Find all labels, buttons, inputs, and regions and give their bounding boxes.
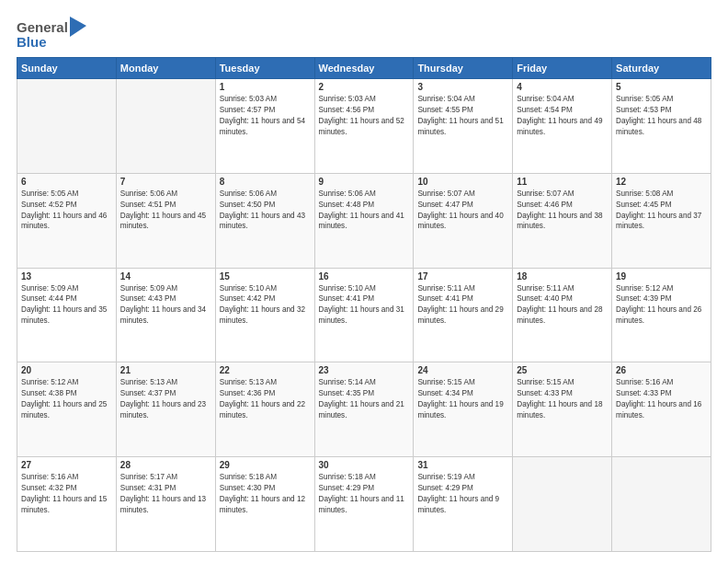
calendar-cell: 24Sunrise: 5:15 AM Sunset: 4:34 PM Dayli… bbox=[414, 362, 513, 457]
calendar-cell bbox=[116, 79, 215, 174]
weekday-header: Tuesday bbox=[215, 58, 314, 79]
calendar-cell: 6Sunrise: 5:05 AM Sunset: 4:52 PM Daylig… bbox=[17, 173, 117, 268]
day-number: 9 bbox=[319, 177, 410, 187]
day-number: 12 bbox=[616, 177, 707, 187]
calendar-cell: 9Sunrise: 5:06 AM Sunset: 4:48 PM Daylig… bbox=[314, 173, 414, 268]
calendar-week-row: 1Sunrise: 5:03 AM Sunset: 4:57 PM Daylig… bbox=[17, 79, 711, 174]
day-number: 15 bbox=[220, 271, 311, 282]
day-info: Sunrise: 5:03 AM Sunset: 4:57 PM Dayligh… bbox=[220, 94, 311, 138]
calendar-cell: 18Sunrise: 5:11 AM Sunset: 4:40 PM Dayli… bbox=[513, 268, 612, 362]
day-info: Sunrise: 5:06 AM Sunset: 4:48 PM Dayligh… bbox=[319, 189, 410, 233]
day-number: 2 bbox=[319, 82, 410, 92]
calendar-cell: 25Sunrise: 5:15 AM Sunset: 4:33 PM Dayli… bbox=[513, 362, 612, 457]
weekday-header: Sunday bbox=[17, 58, 117, 79]
calendar-cell: 30Sunrise: 5:18 AM Sunset: 4:29 PM Dayli… bbox=[314, 457, 414, 552]
calendar-week-row: 27Sunrise: 5:16 AM Sunset: 4:32 PM Dayli… bbox=[17, 457, 711, 552]
day-number: 7 bbox=[120, 177, 211, 187]
day-info: Sunrise: 5:09 AM Sunset: 4:43 PM Dayligh… bbox=[120, 283, 211, 327]
day-number: 14 bbox=[120, 271, 211, 282]
logo: General Blue bbox=[17, 17, 86, 50]
day-info: Sunrise: 5:06 AM Sunset: 4:50 PM Dayligh… bbox=[220, 189, 311, 233]
day-info: Sunrise: 5:10 AM Sunset: 4:41 PM Dayligh… bbox=[319, 283, 410, 327]
calendar-cell bbox=[17, 79, 117, 174]
calendar-week-row: 20Sunrise: 5:12 AM Sunset: 4:38 PM Dayli… bbox=[17, 362, 711, 457]
calendar-cell bbox=[513, 457, 612, 552]
calendar-cell: 1Sunrise: 5:03 AM Sunset: 4:57 PM Daylig… bbox=[215, 79, 314, 174]
day-number: 29 bbox=[220, 460, 311, 470]
logo-general: General bbox=[17, 19, 68, 35]
day-info: Sunrise: 5:18 AM Sunset: 4:30 PM Dayligh… bbox=[220, 472, 311, 516]
day-info: Sunrise: 5:17 AM Sunset: 4:31 PM Dayligh… bbox=[120, 472, 211, 516]
day-info: Sunrise: 5:07 AM Sunset: 4:46 PM Dayligh… bbox=[517, 189, 608, 233]
day-number: 25 bbox=[517, 365, 608, 375]
day-info: Sunrise: 5:07 AM Sunset: 4:47 PM Dayligh… bbox=[417, 189, 508, 233]
day-number: 22 bbox=[220, 365, 311, 375]
calendar-cell: 27Sunrise: 5:16 AM Sunset: 4:32 PM Dayli… bbox=[17, 457, 117, 552]
day-info: Sunrise: 5:15 AM Sunset: 4:33 PM Dayligh… bbox=[517, 377, 608, 421]
day-number: 17 bbox=[417, 271, 508, 282]
header: General Blue bbox=[17, 17, 711, 50]
calendar-cell: 4Sunrise: 5:04 AM Sunset: 4:54 PM Daylig… bbox=[513, 79, 612, 174]
calendar-cell: 21Sunrise: 5:13 AM Sunset: 4:37 PM Dayli… bbox=[116, 362, 215, 457]
day-number: 4 bbox=[517, 82, 608, 92]
day-number: 3 bbox=[417, 82, 508, 92]
day-number: 8 bbox=[220, 177, 311, 187]
calendar-cell: 10Sunrise: 5:07 AM Sunset: 4:47 PM Dayli… bbox=[414, 173, 513, 268]
day-info: Sunrise: 5:18 AM Sunset: 4:29 PM Dayligh… bbox=[319, 472, 410, 516]
calendar-cell: 19Sunrise: 5:12 AM Sunset: 4:39 PM Dayli… bbox=[612, 268, 711, 362]
calendar-cell: 15Sunrise: 5:10 AM Sunset: 4:42 PM Dayli… bbox=[215, 268, 314, 362]
calendar-cell: 11Sunrise: 5:07 AM Sunset: 4:46 PM Dayli… bbox=[513, 173, 612, 268]
calendar-cell: 31Sunrise: 5:19 AM Sunset: 4:29 PM Dayli… bbox=[414, 457, 513, 552]
day-number: 11 bbox=[517, 177, 608, 187]
calendar-cell: 8Sunrise: 5:06 AM Sunset: 4:50 PM Daylig… bbox=[215, 173, 314, 268]
calendar-cell: 28Sunrise: 5:17 AM Sunset: 4:31 PM Dayli… bbox=[116, 457, 215, 552]
calendar-cell: 20Sunrise: 5:12 AM Sunset: 4:38 PM Dayli… bbox=[17, 362, 117, 457]
day-number: 28 bbox=[120, 460, 211, 470]
weekday-header: Friday bbox=[513, 58, 612, 79]
logo-triangle-icon bbox=[70, 17, 86, 37]
calendar-cell bbox=[612, 457, 711, 552]
calendar-cell: 12Sunrise: 5:08 AM Sunset: 4:45 PM Dayli… bbox=[612, 173, 711, 268]
day-info: Sunrise: 5:04 AM Sunset: 4:55 PM Dayligh… bbox=[417, 94, 508, 138]
day-info: Sunrise: 5:13 AM Sunset: 4:36 PM Dayligh… bbox=[220, 377, 311, 421]
day-info: Sunrise: 5:08 AM Sunset: 4:45 PM Dayligh… bbox=[616, 189, 707, 233]
day-number: 1 bbox=[220, 82, 311, 92]
day-info: Sunrise: 5:11 AM Sunset: 4:41 PM Dayligh… bbox=[417, 283, 508, 327]
day-info: Sunrise: 5:15 AM Sunset: 4:34 PM Dayligh… bbox=[417, 377, 508, 421]
day-info: Sunrise: 5:10 AM Sunset: 4:42 PM Dayligh… bbox=[220, 283, 311, 327]
day-number: 6 bbox=[21, 177, 112, 187]
day-number: 31 bbox=[417, 460, 508, 470]
day-info: Sunrise: 5:14 AM Sunset: 4:35 PM Dayligh… bbox=[319, 377, 410, 421]
day-info: Sunrise: 5:06 AM Sunset: 4:51 PM Dayligh… bbox=[120, 189, 211, 233]
svg-marker-0 bbox=[70, 17, 86, 37]
weekday-header: Thursday bbox=[414, 58, 513, 79]
page: General Blue SundayMondayTuesdayWednesda… bbox=[0, 0, 728, 563]
calendar-cell: 22Sunrise: 5:13 AM Sunset: 4:36 PM Dayli… bbox=[215, 362, 314, 457]
day-number: 13 bbox=[21, 271, 112, 282]
day-number: 18 bbox=[517, 271, 608, 282]
day-number: 30 bbox=[319, 460, 410, 470]
day-info: Sunrise: 5:12 AM Sunset: 4:39 PM Dayligh… bbox=[616, 283, 707, 327]
day-number: 21 bbox=[120, 365, 211, 375]
day-number: 19 bbox=[616, 271, 707, 282]
day-info: Sunrise: 5:12 AM Sunset: 4:38 PM Dayligh… bbox=[21, 377, 112, 421]
weekday-header: Monday bbox=[116, 58, 215, 79]
calendar-cell: 23Sunrise: 5:14 AM Sunset: 4:35 PM Dayli… bbox=[314, 362, 414, 457]
day-info: Sunrise: 5:03 AM Sunset: 4:56 PM Dayligh… bbox=[319, 94, 410, 138]
calendar-cell: 17Sunrise: 5:11 AM Sunset: 4:41 PM Dayli… bbox=[414, 268, 513, 362]
weekday-header: Wednesday bbox=[314, 58, 414, 79]
day-number: 5 bbox=[616, 82, 707, 92]
day-info: Sunrise: 5:16 AM Sunset: 4:33 PM Dayligh… bbox=[616, 377, 707, 421]
day-info: Sunrise: 5:04 AM Sunset: 4:54 PM Dayligh… bbox=[517, 94, 608, 138]
day-info: Sunrise: 5:16 AM Sunset: 4:32 PM Dayligh… bbox=[21, 472, 112, 516]
weekday-header: Saturday bbox=[612, 58, 711, 79]
day-number: 10 bbox=[417, 177, 508, 187]
day-info: Sunrise: 5:19 AM Sunset: 4:29 PM Dayligh… bbox=[417, 472, 508, 516]
day-info: Sunrise: 5:13 AM Sunset: 4:37 PM Dayligh… bbox=[120, 377, 211, 421]
day-info: Sunrise: 5:05 AM Sunset: 4:52 PM Dayligh… bbox=[21, 189, 112, 233]
day-number: 24 bbox=[417, 365, 508, 375]
calendar-cell: 14Sunrise: 5:09 AM Sunset: 4:43 PM Dayli… bbox=[116, 268, 215, 362]
day-number: 26 bbox=[616, 365, 707, 375]
calendar-week-row: 13Sunrise: 5:09 AM Sunset: 4:44 PM Dayli… bbox=[17, 268, 711, 362]
calendar-cell: 7Sunrise: 5:06 AM Sunset: 4:51 PM Daylig… bbox=[116, 173, 215, 268]
